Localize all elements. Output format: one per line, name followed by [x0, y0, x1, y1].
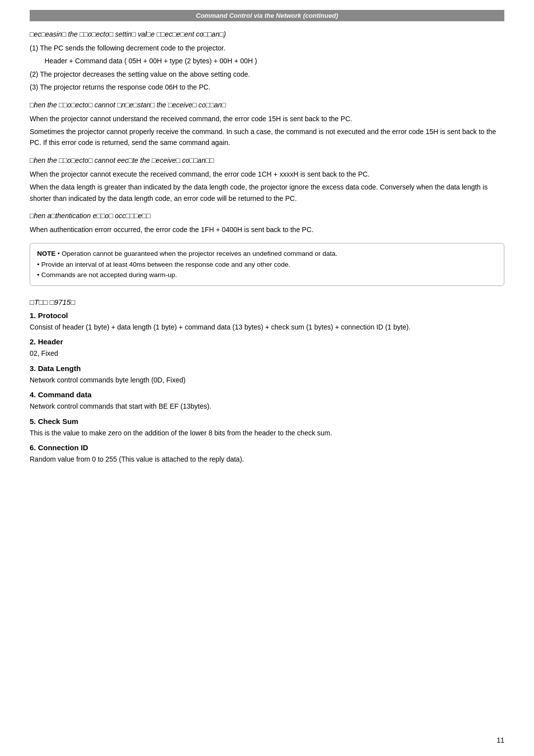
section-decreasing: □ec□easin□ the □□o□ecto□ settin□ val□e □… [30, 29, 504, 93]
connection-id-heading: Connection ID [38, 443, 89, 452]
cannot-understand-body-1: When the projector cannot understand the… [30, 113, 504, 124]
page: Command Control via the Network (continu… [0, 0, 534, 756]
header-number: 2 [30, 337, 34, 346]
sub-heading-data-length: 3. Data Length [30, 364, 504, 373]
cannot-execute-title: □hen the □□o□ecto□ cannot eec□te the □ec… [30, 155, 504, 166]
note-label: NOTE [37, 250, 56, 257]
section-cannot-execute: □hen the □□o□ecto□ cannot eec□te the □ec… [30, 155, 504, 204]
data-length-body: Network control commands byte length (0D… [30, 375, 504, 385]
decreasing-item-3: (2) The projector decreases the setting … [30, 69, 504, 80]
sub-heading-header: 2. Header [30, 337, 504, 346]
section-cannot-understand: □hen the □□o□ecto□ cannot □n□e□stan□ the… [30, 100, 504, 148]
sub-heading-protocol: 1. Protocol [30, 311, 504, 320]
authentication-body-1: When authentication errorr occurred, the… [30, 224, 504, 235]
section-authentication: □hen a□thentication e□□o□ occ□□□e□□ When… [30, 211, 504, 235]
protocol-body: Consist of header (1 byte) + data length… [30, 322, 504, 332]
data-length-heading: Data Length [38, 364, 81, 373]
sub-heading-connection-id: 6. Connection ID [30, 443, 504, 452]
model-section: □T□□ □9715□ 1. Protocol Consist of heade… [30, 298, 504, 465]
section-decreasing-title: □ec□easin□ the □□o□ecto□ settin□ val□e □… [30, 29, 504, 40]
command-data-number: 4 [30, 390, 34, 399]
sub-heading-command-data: 4. Command data [30, 390, 504, 399]
decreasing-item-2: Header + Command data ( 05H + 00H + type… [44, 55, 504, 66]
check-sum-heading: Check Sum [38, 417, 79, 425]
header-bar: Command Control via the Network (continu… [30, 10, 504, 21]
check-sum-body: This is the value to make zero on the ad… [30, 427, 504, 438]
header-title: Command Control via the Network (continu… [196, 12, 338, 19]
connection-id-body: Random value from 0 to 255 (This value i… [30, 454, 504, 465]
protocol-heading: Protocol [38, 311, 68, 320]
data-length-number: 3 [30, 364, 34, 373]
cannot-understand-body-2: Sometimes the projector cannot properly … [30, 126, 504, 148]
note-item-2: • Provide an interval of at least 40ms b… [37, 259, 497, 270]
protocol-number: 1 [30, 311, 34, 320]
check-sum-number: 5 [30, 417, 34, 425]
command-data-heading: Command data [38, 390, 91, 399]
header-heading: Header [38, 337, 63, 346]
decreasing-item-4: (3) The projector returns the response c… [30, 82, 504, 93]
authentication-title: □hen a□thentication e□□o□ occ□□□e□□ [30, 211, 504, 221]
command-data-body: Network control commands that start with… [30, 401, 504, 412]
cannot-execute-body-1: When the projector cannot execute the re… [30, 169, 504, 180]
note-item-3: • Commands are not accepted during warm-… [37, 270, 497, 281]
connection-id-number: 6 [30, 443, 34, 452]
header-body: 02, Fixed [30, 348, 504, 359]
page-number: 11 [496, 736, 504, 744]
note-box: NOTE • Operation cannot be guaranteed wh… [30, 243, 504, 286]
decreasing-item-1: (1) The PC sends the following decrement… [30, 43, 504, 53]
model-title: □T□□ □9715□ [30, 298, 504, 306]
note-item-1: • Operation cannot be guaranteed when th… [56, 250, 338, 257]
cannot-understand-title: □hen the □□o□ecto□ cannot □n□e□stan□ the… [30, 100, 504, 110]
cannot-execute-body-2: When the data length is greater than ind… [30, 182, 504, 204]
sub-heading-check-sum: 5. Check Sum [30, 417, 504, 425]
